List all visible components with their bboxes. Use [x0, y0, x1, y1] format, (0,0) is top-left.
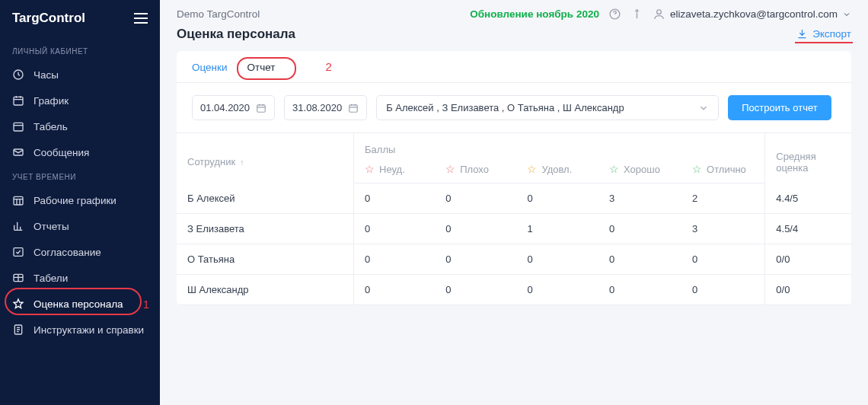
cell-score: 0 [598, 275, 681, 305]
cell-employee: З Елизавета [177, 214, 354, 244]
cell-employee: Б Алексей [177, 183, 354, 214]
sidebar-item-label: Оценка персонала [34, 298, 123, 310]
sidebar-item-label: Рабочие графики [34, 195, 116, 206]
sidebar-item-schedule[interactable]: График [0, 88, 160, 113]
svg-rect-2 [14, 123, 23, 131]
section-label-personal: ЛИЧНЫЙ КАБИНЕТ [0, 40, 160, 62]
people-select-value: Б Алексей , З Елизавета , О Татьяна , Ш … [386, 102, 624, 113]
date-to-input[interactable]: 31.08.2020 [284, 95, 367, 120]
table-row: О Татьяна000000/0 [177, 244, 851, 275]
user-icon [653, 8, 665, 21]
report-table: Сотрудник↑ Баллы Средняя оценка ☆Неуд. ☆… [177, 133, 851, 305]
filters: 01.04.2020 31.08.2020 Б Алексей , З Елиз… [177, 83, 851, 133]
col-poor[interactable]: ☆Плохо [435, 158, 516, 183]
table-row: Ш Александр000000/0 [177, 275, 851, 305]
people-select[interactable]: Б Алексей , З Елизавета , О Татьяна , Ш … [376, 95, 719, 120]
star-icon: ☆ [365, 163, 375, 175]
date-from-input[interactable]: 01.04.2020 [192, 95, 275, 120]
svg-point-9 [636, 10, 638, 12]
menu-toggle-icon[interactable] [134, 13, 148, 24]
user-email: elizaveta.zychkova@targcontrol.com [670, 8, 838, 20]
chevron-down-icon [698, 103, 709, 113]
star-icon: ☆ [609, 163, 619, 175]
svg-rect-5 [14, 248, 23, 257]
sidebar-item-reports[interactable]: Отчеты [0, 213, 160, 239]
table-row: Б Алексей000324.4/5 [177, 183, 851, 214]
user-menu[interactable]: elizaveta.zychkova@targcontrol.com [653, 8, 851, 21]
section-label-time: УЧЕТ ВРЕМЕНИ [0, 165, 160, 187]
annotation-1: 1 [143, 298, 149, 311]
sidebar-item-approval[interactable]: Согласование [0, 239, 160, 265]
tab-scores[interactable]: Оценки [192, 62, 228, 82]
col-average[interactable]: Средняя оценка [765, 133, 851, 183]
check-square-icon [12, 246, 24, 258]
annotation-ring-2 [237, 57, 296, 80]
calendar-alt-icon [12, 120, 24, 132]
annotation-underline [795, 42, 853, 43]
cell-score: 0 [354, 214, 436, 244]
date-from-value: 01.04.2020 [200, 102, 250, 113]
cell-score: 0 [681, 275, 765, 305]
cell-average: 4.5/4 [765, 214, 851, 244]
export-label: Экспорт [812, 28, 851, 40]
col-employee[interactable]: Сотрудник↑ [177, 133, 354, 183]
build-report-button[interactable]: Построить отчет [728, 95, 831, 120]
page-header: Оценка персонала Экспорт [160, 27, 868, 51]
sidebar-item-label: Табели [34, 273, 68, 284]
tab-report[interactable]: Отчет 2 [247, 62, 276, 82]
cell-score: 0 [435, 275, 516, 305]
cell-score: 0 [516, 183, 598, 214]
star-icon [12, 298, 24, 310]
cell-score: 0 [435, 244, 516, 275]
col-good[interactable]: ☆Хорошо [598, 158, 681, 183]
help-icon[interactable] [608, 8, 621, 21]
sidebar-item-staff-rating[interactable]: Оценка персонала1 [0, 291, 160, 317]
cell-score: 0 [354, 183, 436, 214]
cell-score: 0 [435, 183, 516, 214]
cell-score: 2 [681, 183, 765, 214]
cell-score: 0 [516, 244, 598, 275]
sidebar-item-label: Часы [34, 69, 59, 81]
sort-icon: ↑ [240, 158, 244, 167]
sidebar-item-messages[interactable]: Сообщения [0, 139, 160, 165]
project-name: Demo TargControl [177, 8, 260, 20]
sidebar-item-label: График [34, 95, 69, 107]
cell-employee: О Татьяна [177, 244, 354, 275]
sidebar-item-hours[interactable]: Часы [0, 62, 160, 88]
svg-point-10 [657, 10, 662, 14]
col-ok[interactable]: ☆Удовл. [516, 158, 598, 183]
cell-score: 0 [598, 214, 681, 244]
table-icon [12, 272, 24, 284]
annotation-2: 2 [325, 60, 331, 73]
export-button[interactable]: Экспорт [796, 28, 851, 41]
cell-employee: Ш Александр [177, 275, 354, 305]
sidebar-item-timesheets[interactable]: Табели [0, 265, 160, 291]
export-icon [796, 28, 808, 40]
cell-average: 0/0 [765, 275, 851, 305]
page-title: Оценка персонала [177, 27, 295, 42]
star-icon: ☆ [527, 163, 537, 175]
sidebar-item-work-schedules[interactable]: Рабочие графики [0, 187, 160, 213]
cell-score: 0 [516, 275, 598, 305]
svg-rect-11 [257, 104, 266, 111]
calendar-icon [348, 103, 359, 113]
col-bad[interactable]: ☆Неуд. [354, 158, 436, 183]
cell-score: 0 [354, 275, 436, 305]
sidebar-item-instructions[interactable]: Инструктажи и справки [0, 317, 160, 343]
document-icon [12, 324, 24, 336]
calendar-icon [12, 94, 24, 107]
info-icon[interactable] [630, 8, 643, 21]
col-points-group: Баллы [354, 133, 765, 158]
chevron-down-icon [842, 10, 851, 19]
brand-logo: TargControl [12, 11, 85, 26]
sidebar-item-label: Отчеты [34, 221, 69, 232]
sidebar-item-label: Табель [34, 121, 68, 132]
sidebar-item-label: Согласование [34, 247, 101, 258]
sidebar-item-timesheet[interactable]: Табель [0, 113, 160, 139]
update-link[interactable]: Обновление ноябрь 2020 [470, 8, 599, 20]
col-excellent[interactable]: ☆Отлично [681, 158, 765, 183]
cell-average: 4.4/5 [765, 183, 851, 214]
table-row: З Елизавета001034.5/4 [177, 214, 851, 244]
date-to-value: 31.08.2020 [292, 102, 342, 113]
card: Оценки Отчет 2 01.04.2020 31.08.2020 Б А… [177, 51, 851, 305]
